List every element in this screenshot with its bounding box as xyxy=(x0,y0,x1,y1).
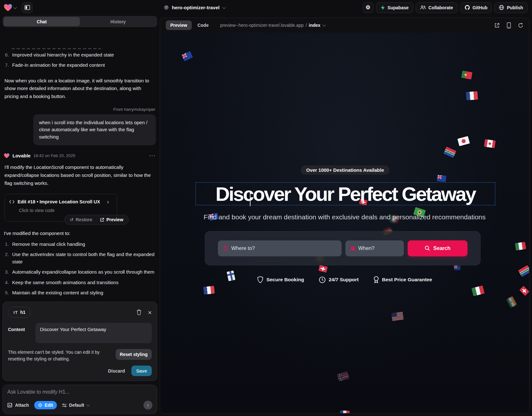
image-icon xyxy=(7,403,13,408)
target-icon xyxy=(38,403,42,407)
preview-button[interactable]: Preview xyxy=(96,217,127,222)
features-row: Secure Booking 24/7 Support Best Price G… xyxy=(160,276,529,283)
close-icon[interactable]: × xyxy=(148,309,152,316)
when-field[interactable] xyxy=(345,240,404,256)
refresh-icon[interactable] xyxy=(518,23,523,28)
edit-card-title: Edit #18 • Improve Location Scroll UX xyxy=(18,199,100,204)
destinations-badge: Over 1000+ Destinations Available xyxy=(301,165,389,175)
content-label: Content xyxy=(8,323,28,343)
url-separator: / xyxy=(305,23,307,28)
flag-us-icon xyxy=(391,312,404,321)
default-mode-button[interactable]: Default xyxy=(62,403,89,408)
attach-button[interactable]: Attach xyxy=(7,403,29,408)
project-chevron-icon xyxy=(222,5,226,9)
people-icon xyxy=(420,5,426,10)
where-to-field[interactable] xyxy=(218,240,342,256)
message-menu-icon[interactable]: ··· xyxy=(149,153,156,158)
list-item: 5.Maintain all the existing content and … xyxy=(4,289,156,296)
assistant-list-bottom: 1.Remove the manual click handling2.Use … xyxy=(4,240,156,299)
collaborate-button[interactable]: Collaborate xyxy=(416,2,458,13)
feature-label: 24/7 Support xyxy=(329,277,359,283)
flag-ch-icon xyxy=(519,286,529,296)
tab-history[interactable]: History xyxy=(80,17,156,26)
flag-pt-icon xyxy=(461,71,473,79)
project-selector[interactable]: hero-optimizer-travel xyxy=(164,0,225,15)
lovable-logo-icon[interactable] xyxy=(4,4,12,11)
mobile-device-icon[interactable] xyxy=(507,22,511,28)
preview-url[interactable]: preview--hero-optimizer-travel.lovable.a… xyxy=(220,23,325,28)
search-button[interactable]: Search xyxy=(408,240,467,256)
feature-label: Secure Booking xyxy=(266,277,304,283)
chat-input[interactable] xyxy=(7,389,152,395)
tab-preview[interactable]: Preview xyxy=(166,20,192,30)
trash-icon[interactable] xyxy=(136,309,142,315)
search-icon xyxy=(425,246,430,251)
where-to-input[interactable] xyxy=(231,246,336,251)
list-item: 1.Remove the manual click handling xyxy=(4,240,156,248)
code-icon xyxy=(9,200,14,204)
logo-chevron-icon[interactable] xyxy=(13,5,17,9)
restore-preview-pill: ↺ Restore Preview xyxy=(64,215,129,225)
element-tag-pill[interactable]: тT h1 xyxy=(8,307,31,318)
union-jack-canton xyxy=(437,175,442,179)
when-input[interactable] xyxy=(358,246,399,251)
discard-button[interactable]: Discard xyxy=(108,368,125,374)
restore-label: Restore xyxy=(76,217,92,222)
send-button[interactable]: ↑ xyxy=(143,401,152,410)
gear-icon: ⚙ xyxy=(366,4,370,11)
list-item: 6.Improved visual hierarchy in the expan… xyxy=(4,51,156,58)
restore-button[interactable]: ↺ Restore xyxy=(66,217,96,222)
shield-icon xyxy=(257,276,263,283)
flag-in-icon xyxy=(506,296,517,308)
preview-panel: Preview Code preview--hero-optimizer-tra… xyxy=(160,18,529,413)
location-pin-icon xyxy=(223,245,228,252)
panel-icon xyxy=(25,5,30,10)
supabase-label: Supabase xyxy=(388,5,409,10)
chat-composer: Attach Edit Default xyxy=(3,385,157,414)
content-input[interactable]: Discover Your Perfect Getaway xyxy=(35,323,152,343)
chat-history-tabs: Chat History xyxy=(3,16,157,27)
element-tag-label: h1 xyxy=(20,310,25,315)
h1-selection-outline[interactable]: Discover Your Perfect Getaway xyxy=(196,182,495,205)
flag-fr-icon xyxy=(203,286,215,294)
calendar-icon xyxy=(351,246,355,251)
project-name: hero-optimizer-travel xyxy=(172,5,220,10)
url-page: index xyxy=(309,23,320,28)
preview-label: Preview xyxy=(106,217,123,222)
attach-label: Attach xyxy=(15,403,29,408)
clipped-text-line xyxy=(12,48,101,49)
lovable-heart-icon xyxy=(4,153,10,158)
supabase-icon xyxy=(381,5,385,10)
tab-code[interactable]: Code xyxy=(193,20,213,30)
sidebar-toggle-button[interactable] xyxy=(22,2,33,13)
publish-button[interactable]: Publish xyxy=(494,2,528,13)
hero-subtitle: Find and book your dream destination wit… xyxy=(160,213,529,221)
union-jack-canton xyxy=(454,266,457,268)
flag-mx-icon xyxy=(515,242,526,250)
chat-messages[interactable]: 6.Improved visual hierarchy in the expan… xyxy=(3,27,157,299)
flag-fr-icon xyxy=(340,410,350,413)
flag-ch-icon xyxy=(318,265,328,273)
open-in-new-tab-icon[interactable] xyxy=(494,23,500,28)
tab-chat[interactable]: Chat xyxy=(4,17,80,26)
github-label: GitHub xyxy=(473,5,488,10)
github-button[interactable]: GitHub xyxy=(460,2,492,13)
assistant-list-top: 6.Improved visual hierarchy in the expan… xyxy=(4,51,156,72)
save-button[interactable]: Save xyxy=(131,366,152,376)
flag-fr-icon xyxy=(466,91,478,100)
preview-toolbar: Preview Code preview--hero-optimizer-tra… xyxy=(160,18,529,33)
hero-title[interactable]: Discover Your Perfect Getaway xyxy=(216,183,475,205)
reset-styling-button[interactable]: Reset styling xyxy=(116,349,152,360)
arrow-up-icon: ↑ xyxy=(147,403,149,408)
modified-intro: I've modified the component to: xyxy=(4,231,156,236)
settings-button[interactable]: ⚙ xyxy=(363,2,374,13)
default-label: Default xyxy=(69,403,84,408)
edit-mode-button[interactable]: Edit xyxy=(34,401,57,409)
search-card: Search xyxy=(205,231,481,265)
text-caret xyxy=(250,193,251,206)
flag-nz-icon xyxy=(454,266,460,270)
external-link-icon xyxy=(100,218,104,222)
collaborate-label: Collaborate xyxy=(428,5,453,10)
supabase-button[interactable]: Supabase xyxy=(376,2,413,13)
message-timestamp: 18:42 on Feb 20, 2025 xyxy=(34,153,75,158)
